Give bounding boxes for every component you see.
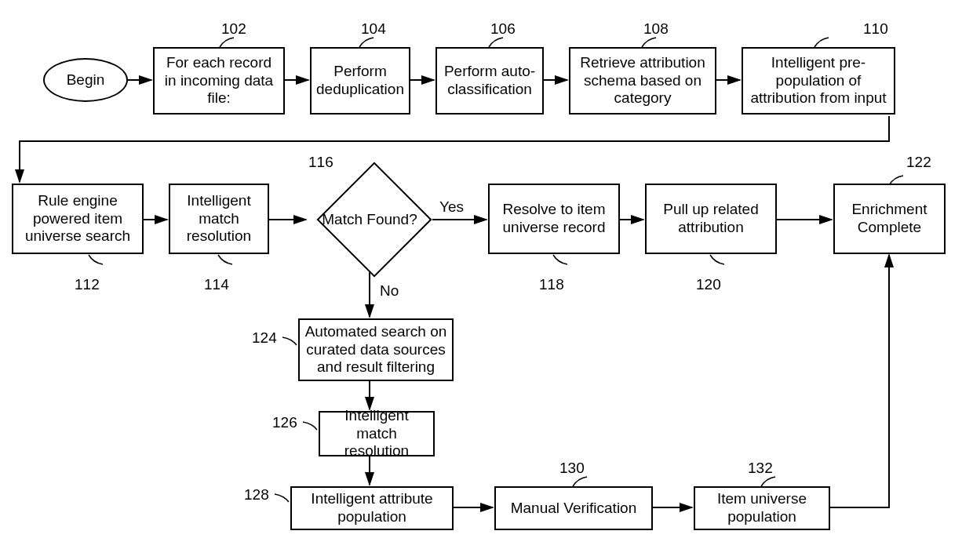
ref-110: 110 [863,20,888,38]
ref-114: 114 [204,276,229,293]
ref-128: 128 [244,486,269,504]
node-106-label: Perform auto-classification [442,63,538,99]
node-108: Retrieve attribution schema based on cat… [569,47,716,115]
node-120: Pull up related attribution [645,184,777,254]
node-112-label: Rule engine powered item universe search [18,192,137,245]
ref-106: 106 [490,20,516,38]
node-112: Rule engine powered item universe search [12,184,144,254]
begin-label: Begin [67,71,105,89]
node-130: Manual Verification [494,486,653,530]
node-108-label: Retrieve attribution schema based on cat… [575,54,710,107]
ref-132: 132 [748,460,773,477]
begin-node: Begin [43,58,128,102]
node-124: Automated search on curated data sources… [298,318,454,381]
node-114-label: Intelligent match resolution [175,192,263,245]
node-120-label: Pull up related attribution [651,201,771,237]
edge-yes: Yes [439,198,464,216]
node-126-label: Intelligent match resolution [325,407,428,460]
ref-112: 112 [75,276,100,293]
node-102: For each record in incoming data file: [153,47,285,115]
node-118: Resolve to item universe record [488,184,620,254]
node-110-label: Intelligent pre-population of attributio… [748,54,889,107]
edge-no: No [380,282,399,300]
ref-124: 124 [252,329,277,347]
node-124-label: Automated search on curated data sources… [304,323,447,376]
node-122: Enrichment Complete [833,184,946,254]
ref-108: 108 [643,20,669,38]
node-114: Intelligent match resolution [169,184,269,254]
ref-122: 122 [906,154,931,171]
ref-120: 120 [696,276,721,293]
ref-126: 126 [272,414,297,431]
node-116: Match Found? [307,168,432,271]
node-122-label: Enrichment Complete [840,201,939,237]
ref-130: 130 [559,460,585,477]
node-128: Intelligent attribute population [290,486,454,530]
node-132: Item universe population [694,486,830,530]
node-110: Intelligent pre-population of attributio… [742,47,895,115]
ref-116: 116 [308,154,333,171]
ref-118: 118 [539,276,564,293]
node-104: Perform deduplication [310,47,410,115]
node-104-label: Perform deduplication [316,63,404,99]
node-118-label: Resolve to item universe record [494,201,614,237]
node-116-label: Match Found? [322,211,417,229]
node-126: Intelligent match resolution [319,411,435,456]
node-130-label: Manual Verification [511,500,637,518]
ref-102: 102 [221,20,246,38]
ref-104: 104 [361,20,386,38]
node-128-label: Intelligent attribute population [297,490,447,526]
node-106: Perform auto-classification [435,47,544,115]
node-102-label: For each record in incoming data file: [159,54,279,107]
node-132-label: Item universe population [700,490,824,526]
